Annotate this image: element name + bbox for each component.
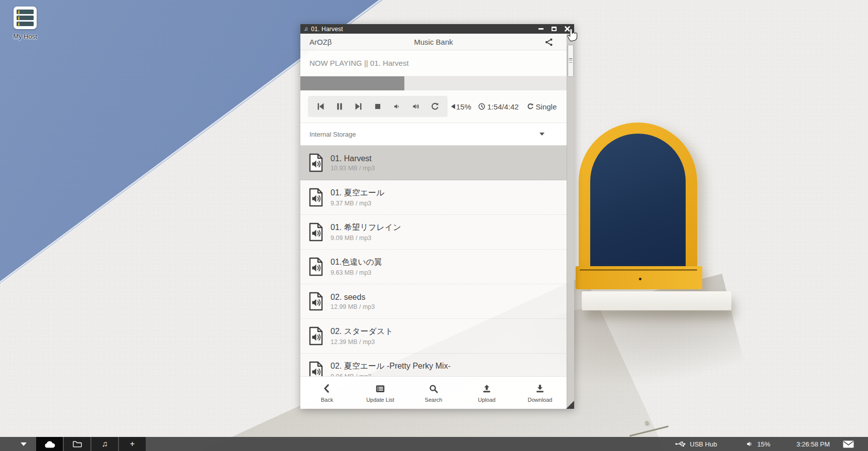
- skip-start-icon: [315, 101, 326, 112]
- taskbar-app-files[interactable]: [64, 437, 90, 451]
- seek-bar[interactable]: [300, 76, 567, 90]
- clock[interactable]: 3:26:58 PM: [797, 440, 830, 448]
- desktop-icon-my-host[interactable]: My Host: [7, 7, 43, 40]
- track-list-item[interactable]: 02. 夏空エール -Pretty Perky Mix- 9.06 MB / m…: [300, 354, 567, 376]
- audio-file-icon: [308, 361, 323, 376]
- envelope-icon: [843, 440, 854, 448]
- pause-icon: [334, 101, 345, 112]
- speaker-icon: [451, 104, 455, 109]
- track-list-item[interactable]: 01.色違いの翼 9.63 MB / mp3: [300, 250, 567, 284]
- window-scrollbar[interactable]: [567, 34, 574, 409]
- stop-button[interactable]: [368, 96, 387, 117]
- track-meta: 10.93 MB / mp3: [331, 165, 375, 172]
- audio-file-icon: [308, 153, 323, 172]
- window-title: 01. Harvest: [311, 26, 343, 33]
- back-button[interactable]: Back: [300, 377, 354, 409]
- usb-icon: [675, 440, 686, 448]
- audio-file-icon: [308, 257, 323, 276]
- clock-icon: [478, 102, 486, 110]
- track-meta: 9.63 MB / mp3: [331, 269, 382, 276]
- track-title: 02. スターダスト: [331, 326, 393, 337]
- track-title: 01. 夏空エール: [331, 188, 384, 198]
- track-list: 01. Harvest 10.93 MB / mp3 01: [300, 146, 567, 376]
- audio-file-icon: [308, 326, 323, 346]
- share-button[interactable]: [545, 38, 554, 48]
- list-icon: [374, 383, 386, 394]
- plus-icon: +: [130, 440, 135, 448]
- share-icon: [545, 38, 554, 47]
- window-titlebar[interactable]: ♫ 01. Harvest: [300, 24, 574, 34]
- track-list-item[interactable]: 01. 希望リフレイン 9.09 MB / mp3: [300, 215, 567, 250]
- taskbar-status-area: USB Hub 15% 3:26:58 PM: [675, 440, 868, 448]
- volume-status[interactable]: 15%: [746, 440, 770, 448]
- play-mode-toggle[interactable]: Single: [526, 102, 557, 111]
- skip-end-icon: [353, 101, 364, 112]
- music-note-icon: ♫: [102, 440, 108, 448]
- minimize-button[interactable]: [537, 26, 545, 33]
- track-title: 02. 夏空エール -Pretty Perky Mix-: [331, 361, 451, 372]
- photo-wire-knob: [645, 421, 648, 424]
- bottom-toolbar: Back Update List Search Upload Download: [300, 376, 567, 409]
- taskbar-apps: ♫ +: [36, 437, 146, 451]
- now-playing-text: NOW PLAYING || 01. Harvest: [309, 59, 409, 67]
- taskbar-menu-caret-icon[interactable]: [21, 442, 27, 446]
- download-button[interactable]: Download: [513, 377, 567, 409]
- taskbar-app-cloud[interactable]: [36, 437, 63, 451]
- track-list-item[interactable]: 02. seeds 12.99 MB / mp3: [300, 284, 567, 319]
- track-meta: 12.99 MB / mp3: [331, 303, 375, 310]
- music-note-icon: ♫: [304, 26, 308, 32]
- search-button[interactable]: Search: [407, 377, 460, 409]
- transport-buttons: [308, 96, 448, 117]
- upload-button[interactable]: Upload: [460, 377, 513, 409]
- close-icon: [565, 26, 570, 32]
- seek-bar-fill: [300, 76, 404, 90]
- time-readout: 1:54/4:42: [478, 102, 519, 111]
- update-list-button[interactable]: Update List: [354, 377, 407, 409]
- download-icon: [534, 383, 546, 394]
- upload-icon: [481, 383, 492, 394]
- folder-icon: [72, 440, 82, 448]
- pause-button[interactable]: [330, 96, 349, 117]
- storage-selected-value: Internal Storage: [309, 131, 356, 138]
- repeat-icon: [430, 101, 440, 111]
- usb-status[interactable]: USB Hub: [675, 440, 717, 448]
- taskbar-app-new[interactable]: +: [119, 437, 146, 451]
- track-list-item[interactable]: 02. スターダスト 12.39 MB / mp3: [300, 319, 567, 354]
- previous-track-button[interactable]: [311, 96, 330, 117]
- track-list-item[interactable]: 01. Harvest 10.93 MB / mp3: [300, 146, 567, 180]
- cloud-icon: [44, 440, 56, 448]
- messages-button[interactable]: [843, 440, 854, 448]
- clock-time: 3:26:58 PM: [797, 440, 830, 448]
- close-button[interactable]: [564, 26, 571, 33]
- volume-readout: 15%: [451, 102, 471, 111]
- maximize-icon: [552, 27, 557, 31]
- photo-window-sill-line: [580, 269, 697, 271]
- repeat-button[interactable]: [425, 96, 445, 117]
- track-title: 01.色違いの翼: [331, 257, 382, 268]
- stop-icon: [372, 101, 383, 112]
- now-playing-bar: NOW PLAYING || 01. Harvest: [300, 50, 567, 76]
- track-meta: 9.37 MB / mp3: [331, 200, 384, 207]
- volume-down-button[interactable]: [387, 96, 406, 117]
- scrollbar-thumb[interactable]: [568, 45, 574, 77]
- track-list-item[interactable]: 01. 夏空エール 9.37 MB / mp3: [300, 180, 567, 215]
- photo-window-sill-dot: [639, 278, 641, 280]
- taskbar-app-music[interactable]: ♫: [91, 437, 118, 451]
- track-meta: 9.09 MB / mp3: [331, 235, 401, 242]
- track-meta: 12.39 MB / mp3: [331, 339, 393, 346]
- audio-file-icon: [308, 188, 323, 207]
- chevron-left-icon: [321, 383, 333, 394]
- search-icon: [428, 383, 439, 394]
- volume-up-button[interactable]: [406, 96, 425, 117]
- next-track-button[interactable]: [349, 96, 368, 117]
- volume-high-icon: [411, 101, 421, 111]
- player-controls: 15% 1:54/4:42 Single: [300, 90, 567, 123]
- track-title: 01. Harvest: [331, 154, 375, 163]
- photo-window-ledge: [582, 291, 731, 310]
- storage-selector[interactable]: Internal Storage: [300, 123, 567, 146]
- minimize-icon: [538, 28, 544, 30]
- app-title: Music Bank: [300, 38, 567, 46]
- maximize-button[interactable]: [551, 26, 558, 33]
- volume-level-label: 15%: [757, 440, 770, 448]
- brand-label[interactable]: ArOZβ: [309, 38, 332, 46]
